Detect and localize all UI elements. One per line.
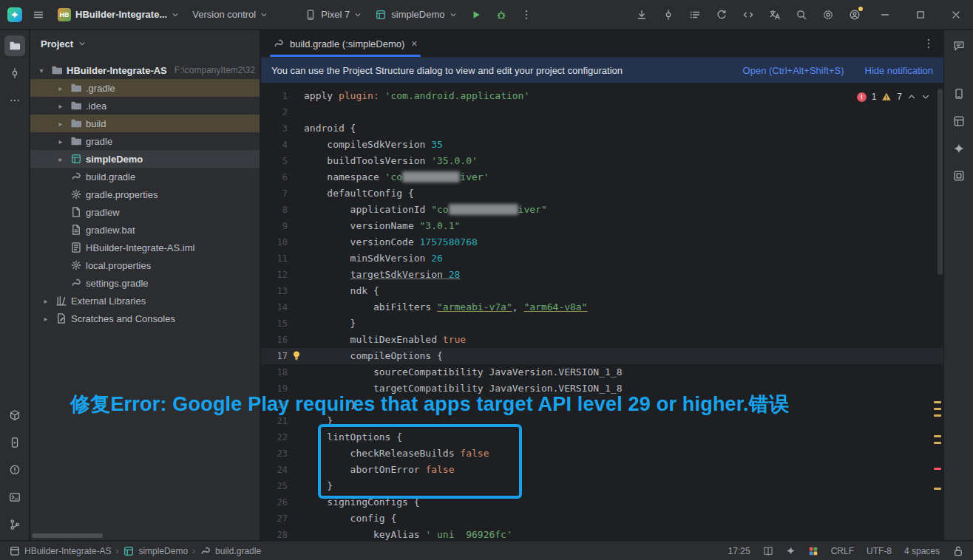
code-line-4[interactable]: 4 compileSdkVersion 35 xyxy=(261,137,943,153)
chevron-expanded-icon[interactable]: ▾ xyxy=(36,66,47,75)
tree-item--gradle[interactable]: ▸.gradle xyxy=(30,79,260,97)
commit-icon[interactable] xyxy=(657,3,680,27)
tree-item-hbuilder-integrate-as-iml[interactable]: HBuilder-Integrate-AS.iml xyxy=(30,239,260,256)
project-horizontal-scrollbar[interactable] xyxy=(32,533,103,538)
code-line-26[interactable]: 26 signingConfigs { xyxy=(261,494,943,511)
profile-icon[interactable] xyxy=(843,3,867,27)
device-selector[interactable]: Pixel 7 xyxy=(299,3,367,27)
tab-close-icon[interactable]: × xyxy=(411,38,417,49)
vcs-selector[interactable]: Version control xyxy=(186,3,274,27)
close-button[interactable] xyxy=(939,0,973,30)
chevron-collapsed-icon[interactable]: ▸ xyxy=(55,137,66,146)
debug-button[interactable] xyxy=(489,3,513,27)
problems-icon[interactable] xyxy=(4,460,25,480)
ai-sparkle-icon[interactable] xyxy=(786,546,796,556)
tree-item-gradle[interactable]: ▸gradle xyxy=(30,132,260,150)
code-editor[interactable]: 1apply plugin: 'com.android.application'… xyxy=(261,83,943,540)
main-menu-icon[interactable] xyxy=(27,3,50,27)
todo-icon[interactable] xyxy=(683,3,707,27)
gemini-icon[interactable] xyxy=(949,138,969,159)
reader-mode-icon[interactable] xyxy=(763,546,773,556)
code-line-3[interactable]: 3android { xyxy=(261,120,943,137)
code-line-27[interactable]: 27 config { xyxy=(261,511,943,527)
minimize-button[interactable] xyxy=(868,0,902,30)
tab-build-gradle[interactable]: build.gradle (:simpleDemo) × xyxy=(265,30,425,57)
next-problem-icon[interactable] xyxy=(921,92,930,101)
running-devices-icon[interactable] xyxy=(4,432,25,453)
code-line-16[interactable]: 16 multiDexEnabled true xyxy=(261,332,943,348)
tree-item-gradle-properties[interactable]: gradle.properties xyxy=(30,185,260,203)
code-line-14[interactable]: 14 abiFilters "armeabi-v7a", "arm64-v8a" xyxy=(261,299,943,315)
tree-item-external-libraries[interactable]: ▸External Libraries xyxy=(30,292,260,310)
breadcrumb-simpledemo[interactable]: simpleDemo xyxy=(123,545,188,557)
device-explorer-icon[interactable] xyxy=(949,165,969,186)
line-separator[interactable]: CRLF xyxy=(831,546,854,556)
settings-icon[interactable] xyxy=(816,3,840,27)
code-line-24[interactable]: 24 abortOnError false xyxy=(261,462,943,478)
resource-manager-icon[interactable] xyxy=(949,111,969,132)
tree-item-simpledemo[interactable]: ▸simpleDemo xyxy=(30,150,260,168)
ai-chat-icon[interactable] xyxy=(949,35,969,56)
run-button[interactable] xyxy=(464,3,488,27)
tree-item-root[interactable]: ▾ HBuilder-Integrate-AS F:\companyItem2\… xyxy=(30,61,260,79)
code-line-5[interactable]: 5 buildToolsVersion '35.0.0' xyxy=(261,153,943,169)
chevron-collapsed-icon[interactable]: ▸ xyxy=(41,297,51,305)
plugin-grid-icon[interactable] xyxy=(808,546,818,556)
code-line-10[interactable]: 10 versionCode 1757580768 xyxy=(261,234,943,250)
tree-item-build-gradle[interactable]: build.gradle xyxy=(30,168,260,185)
editor-vertical-scrollbar[interactable] xyxy=(938,89,943,275)
banner-open-link[interactable]: Open (Ctrl+Alt+Shift+S) xyxy=(743,65,844,76)
project-panel-header[interactable]: Project xyxy=(30,30,260,57)
code-line-18[interactable]: 18 sourceCompatibility JavaVersion.VERSI… xyxy=(261,364,943,380)
code-line-23[interactable]: 23 checkReleaseBuilds false xyxy=(261,445,943,462)
code-line-8[interactable]: 8 applicationId "co############iver" xyxy=(261,202,943,218)
tab-options-icon[interactable] xyxy=(918,33,939,54)
code-line-19[interactable]: 19 targetCompatibility JavaVersion.VERSI… xyxy=(261,380,943,397)
banner-hide-link[interactable]: Hide notification xyxy=(865,65,934,76)
maximize-button[interactable] xyxy=(904,0,938,30)
chevron-collapsed-icon[interactable]: ▸ xyxy=(55,84,66,92)
code-line-12[interactable]: 12 targetSdkVersion 28 xyxy=(261,267,943,283)
breadcrumb-hbuilder-integrate-as[interactable]: HBuilder-Integrate-AS xyxy=(9,545,111,557)
version-control-icon[interactable] xyxy=(4,514,25,535)
tree-item-gradlew-bat[interactable]: gradlew.bat xyxy=(30,221,260,239)
update-project-icon[interactable] xyxy=(630,3,654,27)
build-tool-icon[interactable] xyxy=(4,405,25,426)
code-line-7[interactable]: 7 defaultConfig { xyxy=(261,185,943,202)
code-line-28[interactable]: 28 keyAlias ' uni 96926fc' xyxy=(261,527,943,540)
inspections-widget[interactable]: ! 1 7 xyxy=(854,87,933,106)
lock-icon[interactable] xyxy=(952,545,964,557)
chevron-collapsed-icon[interactable]: ▸ xyxy=(55,155,66,163)
terminal-icon[interactable] xyxy=(4,487,25,508)
code-line-22[interactable]: 22 lintOptions { xyxy=(261,429,943,445)
file-encoding[interactable]: UTF-8 xyxy=(867,546,892,556)
intention-bulb-icon[interactable] xyxy=(291,350,302,361)
code-line-1[interactable]: 1apply plugin: 'com.android.application' xyxy=(261,88,943,104)
chevron-collapsed-icon[interactable]: ▸ xyxy=(41,315,51,323)
code-line-6[interactable]: 6 namespace 'co##########iver' xyxy=(261,169,943,185)
tree-item-build[interactable]: ▸build xyxy=(30,115,260,132)
code-line-11[interactable]: 11 minSdkVersion 26 xyxy=(261,250,943,267)
run-config-selector[interactable]: simpleDemo xyxy=(369,3,462,27)
breadcrumb-build-gradle[interactable]: build.gradle xyxy=(200,545,261,557)
cursor-position[interactable]: 17:25 xyxy=(728,546,750,556)
device-manager-icon[interactable] xyxy=(949,83,969,104)
chevron-collapsed-icon[interactable]: ▸ xyxy=(55,120,66,128)
commit-tool-icon[interactable] xyxy=(4,63,25,83)
more-run-options-button[interactable] xyxy=(515,3,538,27)
code-line-20[interactable]: 20 } xyxy=(261,397,943,413)
project-selector[interactable]: HB HBuilder-Integrate... xyxy=(52,3,185,27)
translate-icon[interactable] xyxy=(763,3,787,27)
tree-item-gradlew[interactable]: gradlew xyxy=(30,203,260,221)
code-line-17[interactable]: 17 compileOptions { xyxy=(261,348,943,364)
tree-item--idea[interactable]: ▸.idea xyxy=(30,97,260,115)
code-line-21[interactable]: 21 } xyxy=(261,413,943,429)
code-line-2[interactable]: 2 xyxy=(261,104,943,120)
code-line-9[interactable]: 9 versionName "3.0.1" xyxy=(261,218,943,234)
gradle-sync-icon[interactable] xyxy=(710,3,733,27)
tree-item-scratches-and-consoles[interactable]: ▸Scratches and Consoles xyxy=(30,310,260,327)
search-everywhere-icon[interactable] xyxy=(790,3,813,27)
chevron-collapsed-icon[interactable]: ▸ xyxy=(55,102,66,110)
code-with-me-icon[interactable] xyxy=(736,3,760,27)
indent-setting[interactable]: 4 spaces xyxy=(904,546,940,556)
